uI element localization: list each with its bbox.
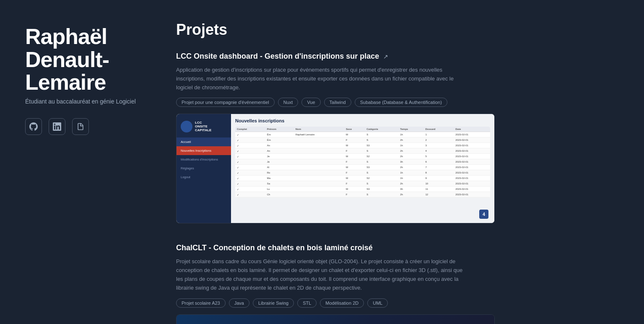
linkedin-icon <box>53 122 61 131</box>
table-row: ✓ÉmFS2h22023-02-01 <box>235 137 490 143</box>
project-title-chalclt: ChalCLT - Conception de chalets en bois … <box>176 244 373 252</box>
table-row: ✓MaMS21h92023-02-01 <box>235 176 490 181</box>
dash-nav-modifications[interactable]: Modifications d'inscriptions <box>177 155 231 164</box>
dash-logo: LCCONSITECAPITALE <box>177 117 231 137</box>
github-link[interactable] <box>25 118 42 135</box>
tag-vue: Vue <box>301 98 320 107</box>
tag-tailwind: Tailwind <box>324 98 351 107</box>
tag-uml: UML <box>367 298 388 308</box>
dash-nav-inscriptions[interactable]: Nouvelles Inscriptions <box>177 146 231 155</box>
col-date: Date <box>454 127 490 132</box>
subtitle: Étudiant au baccalauréat en génie Logici… <box>25 98 143 105</box>
tag-nuxt: Nuxt <box>278 98 299 107</box>
lcc-screenshot: LCCONSITECAPITALE Accueil Nouvelles Insc… <box>176 114 495 223</box>
dash-logo-circle <box>181 121 192 132</box>
tag-supabase: Subabase (Database & Authentification) <box>355 98 447 107</box>
col-temps: Temps <box>398 127 423 132</box>
last-name: Denault-Lemaire <box>25 48 143 94</box>
table-row: ✓JeFS3h62023-02-01 <box>235 159 490 165</box>
dash-sidebar: LCCONSITECAPITALE Accueil Nouvelles Insc… <box>177 114 231 223</box>
table-row: ✓LuMS33h112023-02-01 <box>235 187 490 192</box>
document-icon <box>76 122 85 131</box>
col-categorie: Catégorie <box>365 127 398 132</box>
project-header-lcc: LCC Onsite dashboard - Gestion d'inscrip… <box>176 52 619 61</box>
project-tags-lcc: Projet pour une compagnie d'événementiel… <box>176 98 619 107</box>
project-card-chalclt: ChalCLT - Conception de chalets en bois … <box>176 244 619 324</box>
chalclt-preview: ChaICLT Conception de chalets Interface … <box>177 315 494 324</box>
dash-main-area: Nouvelles inscriptions Complet Prénom No… <box>231 114 494 223</box>
project-description-chalclt: Projet scolaire dans cadre du cours Géni… <box>176 257 470 292</box>
tag-stl: STL <box>297 298 317 308</box>
table-row: ✓JeMS22h52023-02-01 <box>235 154 490 159</box>
col-dossard: Dossard <box>424 127 454 132</box>
col-prenom: Prénom <box>265 127 294 132</box>
section-title: Projets <box>176 21 619 39</box>
page-badge: 4 <box>479 210 488 219</box>
col-nom: Nom <box>294 127 344 132</box>
chalclt-screenshot: ChaICLT Conception de chalets Interface … <box>176 314 495 324</box>
col-complet: Complet <box>235 127 265 132</box>
name-section: Raphaël Denault-Lemaire Étudiant au bacc… <box>25 25 143 105</box>
first-name: Raphaël <box>25 25 143 48</box>
table-row: ✓AnFS2h42023-02-01 <box>235 148 490 154</box>
dash-table-header: Nouvelles inscriptions <box>235 118 490 123</box>
table-row: ✓ÉmRaphaël LemaireMS1h12023-02-01 <box>235 132 490 137</box>
project-card-lcc: LCC Onsite dashboard - Gestion d'inscrip… <box>176 52 619 223</box>
col-sexe: Sexe <box>344 127 365 132</box>
project-title-lcc: LCC Onsite dashboard - Gestion d'inscrip… <box>176 52 379 61</box>
table-row: ✓AnMS31h32023-02-01 <box>235 143 490 148</box>
tag-modelisation: Modélisation 2D <box>320 298 364 308</box>
tag-evenementiel: Projet pour une compagnie d'événementiel <box>176 98 275 107</box>
tag-scolaire: Projet scolaire A23 <box>176 298 226 308</box>
dashboard-mockup: LCCONSITECAPITALE Accueil Nouvelles Insc… <box>177 114 494 223</box>
linkedin-link[interactable] <box>49 118 65 135</box>
project-description-lcc: Application de gestion d'inscriptions su… <box>176 66 470 92</box>
table-row: ✓ChFS2h122023-02-01 <box>235 192 490 197</box>
external-link-icon-lcc: ↗ <box>383 53 388 60</box>
chalclt-mockup: ChaICLT Conception de chalets Interface … <box>177 315 494 324</box>
dash-nav-logout[interactable]: Logout <box>177 173 231 181</box>
project-tags-chalclt: Projet scolaire A23 Java Librairie Swing… <box>176 298 619 308</box>
github-icon <box>29 122 38 131</box>
table-row: ✓AlMS32h72023-02-01 <box>235 165 490 170</box>
social-links <box>25 118 143 135</box>
tag-swing: Librairie Swing <box>253 298 294 308</box>
dash-nav-accueil[interactable]: Accueil <box>177 137 231 146</box>
tag-java: Java <box>229 298 249 308</box>
project-header-chalclt: ChalCLT - Conception de chalets en bois … <box>176 244 619 252</box>
table-row: ✓SaFS2h102023-02-01 <box>235 181 490 187</box>
table-row: ✓RoFS1h82023-02-01 <box>235 170 490 176</box>
main-content: Projets LCC Onsite dashboard - Gestion d… <box>159 0 644 324</box>
dash-table: Complet Prénom Nom Sexe Catégorie Temps … <box>235 127 490 197</box>
dash-nav-reglages[interactable]: Réglages <box>177 164 231 173</box>
resume-link[interactable] <box>72 118 89 135</box>
dash-logo-text: LCCONSITECAPITALE <box>195 121 211 132</box>
sidebar: Raphaël Denault-Lemaire Étudiant au bacc… <box>0 0 159 324</box>
